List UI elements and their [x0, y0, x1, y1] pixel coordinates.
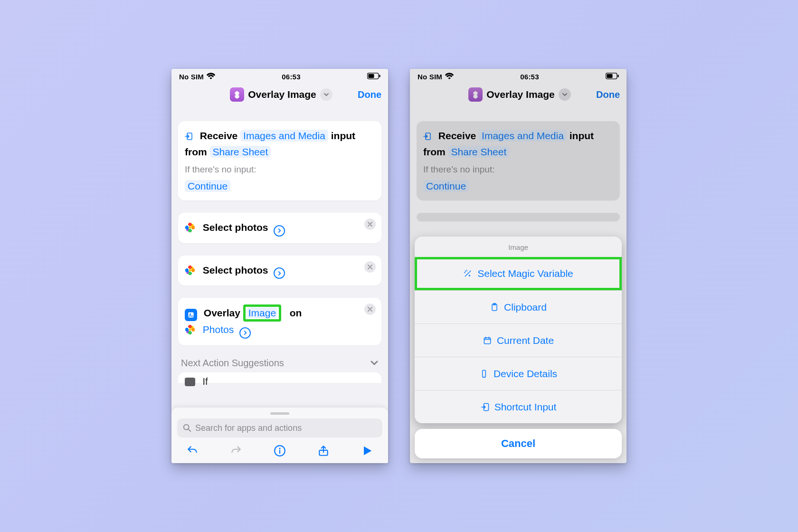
expand-action-button[interactable] [274, 225, 285, 237]
status-time: 06:53 [520, 73, 539, 81]
svg-point-18 [484, 376, 484, 377]
wifi-icon [445, 73, 454, 81]
sheet-option-shortcut-input[interactable]: Shortcut Input [415, 390, 622, 423]
select-photos-label: Select photos [203, 265, 268, 276]
editor-nav: Overlay Image Done [171, 84, 388, 108]
phone-right-variable-picker: No SIM 06:53 Overlay Image [410, 69, 627, 463]
battery-icon [367, 73, 380, 81]
no-input-label: If there's no input: [185, 162, 375, 177]
highlight-image-token: Image [243, 304, 281, 322]
undo-button[interactable] [186, 444, 199, 457]
search-input[interactable]: Search for apps and actions [177, 418, 382, 437]
photos-app-icon [185, 222, 195, 233]
svg-point-8 [279, 448, 280, 449]
status-time: 06:53 [282, 73, 300, 81]
select-photos-action-1[interactable]: Select photos [178, 213, 381, 243]
receive-types-token[interactable]: Images and Media [240, 130, 328, 142]
sheet-option-device-details[interactable]: Device Details [415, 357, 622, 390]
svg-point-5 [190, 314, 191, 315]
overlay-action-icon [185, 309, 197, 321]
expand-action-button[interactable] [274, 267, 285, 279]
shortcut-app-icon [230, 87, 244, 102]
overlay-image-action[interactable]: Overlay Image on Photos [178, 298, 381, 345]
search-placeholder: Search for apps and actions [195, 423, 302, 433]
device-icon [479, 369, 489, 379]
run-button[interactable] [361, 444, 374, 457]
overlay-photos-token[interactable]: Photos [203, 324, 234, 335]
svg-rect-1 [368, 74, 374, 77]
status-carrier: No SIM [179, 73, 204, 81]
status-bar: No SIM 06:53 [171, 69, 388, 84]
dimmed-card-peek [417, 213, 620, 221]
svg-rect-16 [484, 338, 490, 344]
chevron-down-icon [370, 359, 379, 367]
suggestions-label: Next Action Suggestions [181, 358, 284, 369]
receive-types-token: Images and Media [479, 130, 567, 142]
clipboard-icon [490, 303, 499, 312]
svg-rect-11 [607, 74, 612, 77]
photos-app-icon [185, 265, 195, 276]
title-menu-button[interactable] [559, 88, 571, 101]
search-icon [183, 424, 191, 432]
no-input-label: If there's no input: [423, 162, 613, 177]
shortcut-title[interactable]: Overlay Image [248, 89, 316, 100]
calendar-icon [483, 336, 492, 345]
receive-label: Receive [200, 130, 238, 141]
status-carrier: No SIM [418, 73, 442, 81]
overlay-image-token[interactable]: Image [247, 307, 277, 318]
sheet-option-current-date[interactable]: Current Date [415, 323, 622, 357]
magic-wand-icon [463, 269, 473, 278]
editor-nav: Overlay Image Done [410, 84, 627, 108]
sheet-cancel-button[interactable]: Cancel [415, 429, 622, 458]
receive-input-card: Receive Images and Media input from Shar… [417, 121, 620, 200]
sheet-option-clipboard[interactable]: Clipboard [415, 290, 622, 323]
scripting-icon [185, 378, 195, 386]
suggestion-if-label: If [203, 376, 208, 387]
editor-toolbar [177, 437, 382, 459]
input-icon [423, 129, 431, 136]
delete-action-button[interactable] [364, 261, 376, 273]
next-action-suggestions-header[interactable]: Next Action Suggestions [178, 358, 381, 372]
no-input-fallback-token: Continue [423, 180, 469, 192]
battery-icon [606, 73, 619, 81]
photos-app-icon [185, 324, 195, 335]
expand-action-button[interactable] [239, 327, 251, 339]
title-menu-button[interactable] [320, 88, 332, 101]
shortcut-title[interactable]: Overlay Image [486, 89, 555, 100]
delete-action-button[interactable] [364, 304, 376, 315]
svg-rect-2 [379, 75, 380, 77]
overlay-word: Overlay [204, 307, 240, 318]
receive-source-token: Share Sheet [448, 146, 510, 158]
receive-input-card[interactable]: Receive Images and Media input from Shar… [178, 121, 381, 200]
shortcut-input-icon [480, 402, 490, 412]
info-button[interactable] [273, 444, 286, 457]
svg-point-6 [184, 425, 189, 430]
variable-picker-actionsheet: Image Select Magic Variable Clipboard Cu… [415, 237, 622, 458]
select-photos-label: Select photos [203, 222, 268, 233]
overlay-on-word: on [290, 307, 302, 318]
sheet-option-magic-variable[interactable]: Select Magic Variable [415, 257, 622, 290]
delete-action-button[interactable] [364, 218, 376, 230]
suggestion-peek-card[interactable]: If [178, 372, 381, 383]
done-button[interactable]: Done [358, 89, 381, 100]
done-button[interactable]: Done [596, 89, 620, 100]
action-search-sheet[interactable]: Search for apps and actions [171, 407, 388, 463]
phone-left-editor: No SIM 06:53 Overlay Image [171, 69, 388, 463]
redo-button[interactable] [229, 444, 243, 457]
status-bar: No SIM 06:53 [410, 69, 627, 84]
svg-rect-12 [618, 75, 618, 77]
receive-label: Receive [438, 130, 476, 141]
receive-source-token[interactable]: Share Sheet [210, 146, 271, 158]
select-photos-action-2[interactable]: Select photos [178, 256, 381, 286]
share-button[interactable] [317, 444, 330, 457]
wifi-icon [207, 73, 215, 81]
sheet-grabber[interactable] [270, 412, 289, 415]
shortcut-app-icon [468, 87, 483, 102]
sheet-title: Image [415, 237, 622, 257]
no-input-fallback-token[interactable]: Continue [185, 180, 230, 192]
input-icon [185, 129, 192, 136]
